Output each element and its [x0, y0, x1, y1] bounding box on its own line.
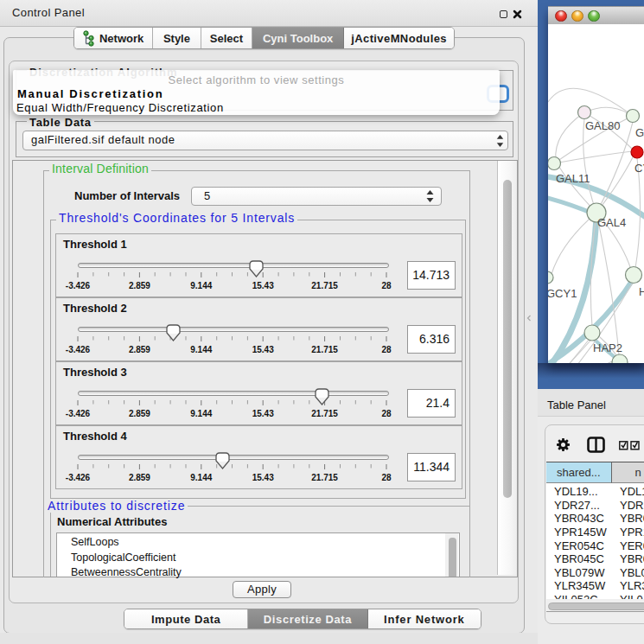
svg-text:GCY1: GCY1: [548, 287, 577, 300]
svg-text:H: H: [639, 285, 644, 298]
svg-text:GAL80: GAL80: [585, 119, 620, 132]
svg-text:GAL4: GAL4: [597, 216, 626, 229]
svg-text:HAP2: HAP2: [593, 341, 622, 354]
svg-text:GAL11: GAL11: [556, 172, 590, 185]
svg-text:CY: CY: [634, 162, 644, 175]
svg-text:GA: GA: [635, 126, 644, 139]
